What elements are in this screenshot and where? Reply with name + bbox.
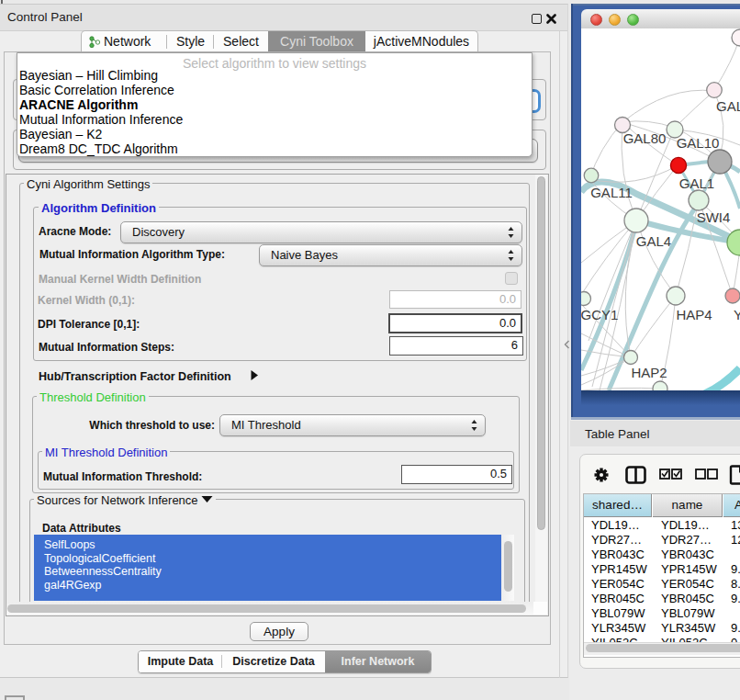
svg-text:GAL1: GAL1 <box>679 175 714 191</box>
svg-text:GAL2: GAL2 <box>716 98 740 114</box>
svg-text:YJ: YJ <box>734 307 740 322</box>
svg-text:SWI4: SWI4 <box>697 209 731 225</box>
svg-text:GAL10: GAL10 <box>677 135 720 151</box>
svg-text:GAL80: GAL80 <box>623 130 667 146</box>
svg-text:GAL11: GAL11 <box>590 185 633 200</box>
svg-text:GCY1: GCY1 <box>581 307 618 322</box>
svg-text:HAP4: HAP4 <box>676 307 712 322</box>
svg-text:GAL4: GAL4 <box>636 233 671 249</box>
svg-text:HAP2: HAP2 <box>631 365 667 380</box>
